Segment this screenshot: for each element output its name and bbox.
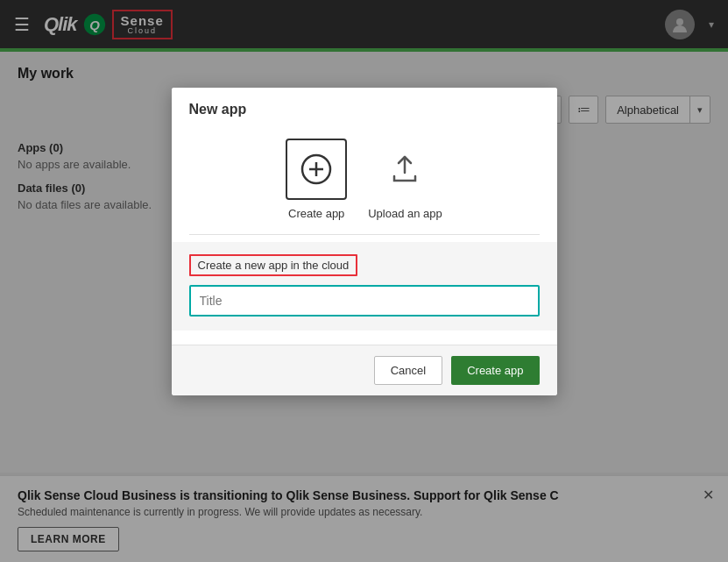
app-options-row: Create app Upload an app bbox=[189, 139, 540, 235]
dialog-footer: Cancel Create app bbox=[172, 345, 557, 395]
create-section: Create a new app in the cloud bbox=[172, 242, 557, 331]
dialog-body: Create app Upload an app Create a new ap… bbox=[172, 128, 557, 345]
dialog-title: New app bbox=[189, 102, 247, 117]
new-app-dialog: New app Create app bbox=[172, 88, 557, 395]
modal-overlay: New app Create app bbox=[0, 0, 728, 562]
upload-app-icon-box bbox=[374, 139, 435, 200]
upload-app-icon bbox=[389, 153, 421, 185]
upload-app-label: Upload an app bbox=[368, 207, 442, 220]
cancel-button[interactable]: Cancel bbox=[374, 356, 442, 385]
upload-app-option[interactable]: Upload an app bbox=[368, 139, 442, 220]
create-app-button[interactable]: Create app bbox=[451, 356, 539, 385]
create-app-icon-box bbox=[286, 139, 347, 200]
create-app-label: Create app bbox=[288, 207, 344, 220]
create-section-label: Create a new app in the cloud bbox=[189, 254, 358, 276]
create-app-option[interactable]: Create app bbox=[286, 139, 347, 220]
create-app-icon bbox=[300, 153, 332, 185]
title-input[interactable] bbox=[189, 285, 540, 317]
dialog-header: New app bbox=[172, 88, 557, 128]
